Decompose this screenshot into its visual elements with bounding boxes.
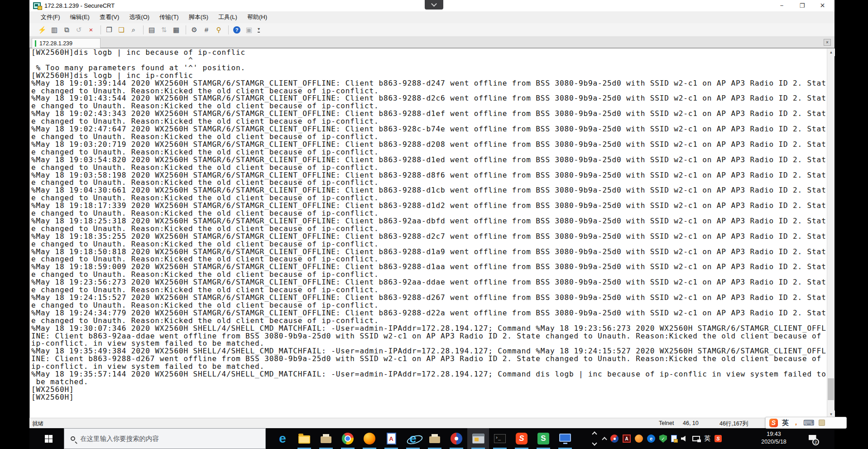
pptv-tray-icon[interactable] — [610, 435, 619, 443]
restore-button[interactable]: ❐ — [792, 0, 812, 11]
taskbar-app-printer[interactable] — [315, 428, 337, 449]
screen: 172.28.1.239 - SecureCRT − ❐ × 文件(F) 编辑(… — [0, 0, 868, 449]
reconnect-icon[interactable]: ↺ — [73, 24, 84, 35]
taskbar-app-edge[interactable]: e — [272, 428, 293, 449]
action-center-button[interactable]: 2 — [802, 428, 823, 449]
securecrt-app-icon — [33, 2, 41, 9]
security-shield-tray-icon[interactable]: ✓ — [659, 435, 667, 443]
transfer-icon[interactable]: ⇅ — [158, 24, 169, 35]
command-prompt-icon: ›_ — [494, 434, 506, 443]
chevron-down-icon — [592, 440, 597, 445]
help-icon[interactable]: ? — [231, 24, 242, 35]
find-icon[interactable]: ⌕ — [128, 24, 139, 35]
tabbar-close-icon[interactable]: × — [824, 39, 831, 46]
taskbar-app-firefox[interactable] — [359, 428, 380, 449]
toolbar-separator — [186, 25, 186, 34]
firefox-icon — [364, 433, 375, 444]
sogou-ime-bar[interactable]: S 英 ， ⌨ — [765, 417, 847, 429]
tray-expand-icon[interactable] — [602, 437, 607, 442]
player-scroll-arrows[interactable] — [590, 428, 600, 449]
paste-icon[interactable]: ❏ — [116, 24, 127, 35]
tool-bar: ⚡ ▥ ⧉ ↺ × ❐ ❏ ⌕ ▤ ⇅ ▦ ⚙ # ⚲ ? ▣ ▾ — [29, 23, 834, 37]
sogou-icon: S — [516, 433, 528, 444]
toolbar-separator — [228, 25, 229, 34]
disconnect-icon[interactable]: × — [86, 24, 96, 35]
copy-icon[interactable]: ❐ — [104, 24, 115, 35]
system-tray: A e ✓ 英 S — [603, 428, 722, 449]
taskbar-app-media-player[interactable] — [446, 428, 467, 449]
taskbar-clock[interactable]: 19:43 2020/5/18 — [752, 430, 796, 446]
start-button[interactable] — [38, 428, 59, 449]
taskbar-app-my-computer[interactable] — [554, 428, 576, 449]
volume-icon[interactable] — [681, 435, 688, 442]
session-tab[interactable]: 172.28.1.239 — [32, 38, 101, 48]
terminal-area[interactable]: [WX2560H]dis logb | inc because of ip-co… — [29, 48, 834, 418]
network-icon[interactable] — [692, 436, 700, 441]
session-manager-icon[interactable]: ▥ — [49, 24, 60, 35]
taskbar-app-file-explorer[interactable] — [293, 428, 315, 449]
session-options-icon[interactable]: ⚙ — [189, 24, 200, 35]
windows-logo-icon — [45, 435, 53, 443]
sogou-tray-icon[interactable]: S — [715, 435, 722, 442]
close-button[interactable]: × — [812, 0, 833, 11]
tab-bar: 172.28.1.239 × — [29, 37, 834, 48]
sogou-logo-icon[interactable]: S — [769, 419, 778, 427]
document-icon: A — [387, 433, 396, 444]
log-session-icon[interactable]: # — [201, 24, 212, 35]
status-bar: 就绪 Telnet 46, 10 46行,167列 — [29, 418, 834, 428]
taskbar-apps: e A e ›_ S S — [272, 428, 576, 449]
taskbar-search-input[interactable]: 在这里输入你要搜索的内容 — [64, 428, 266, 449]
taskbar-app-word-viewer[interactable]: A — [380, 428, 402, 449]
taskbar-app-command-prompt[interactable]: ›_ — [489, 428, 511, 449]
new-session-icon[interactable]: ⧉ — [61, 24, 72, 35]
taskbar-app-internet-explorer[interactable]: e — [402, 428, 424, 449]
e-app-tray-icon[interactable]: e — [647, 435, 655, 443]
chrome-icon — [342, 433, 354, 444]
ime-skin-icon[interactable] — [819, 420, 825, 426]
taskbar-app-chrome[interactable] — [337, 428, 359, 449]
terminal-scrollbar[interactable]: ▲ ▼ — [827, 48, 834, 418]
notification-badge: 2 — [812, 439, 819, 445]
menu-transfer[interactable]: 传输(T) — [154, 12, 184, 23]
menu-file[interactable]: 文件(F) — [36, 12, 65, 23]
split-pane-icon[interactable]: ▣ — [244, 24, 254, 35]
toolbar-separator — [101, 25, 101, 34]
toolbar-overflow-icon[interactable]: ▾ — [258, 27, 260, 33]
menu-tools[interactable]: 工具(L) — [213, 12, 242, 23]
securecrt-window: 172.28.1.239 - SecureCRT − ❐ × 文件(F) 编辑(… — [29, 0, 834, 428]
menu-script[interactable]: 脚本(S) — [184, 12, 213, 23]
computer-icon — [559, 434, 571, 442]
adobe-reader-tray-icon[interactable]: A — [623, 435, 631, 443]
internet-explorer-icon: e — [409, 432, 417, 445]
taskbar-app-printer-2[interactable] — [424, 428, 446, 449]
key-agent-icon[interactable]: ⚲ — [213, 24, 224, 35]
menu-options[interactable]: 选项(O) — [124, 12, 154, 23]
menu-view[interactable]: 查看(V) — [95, 12, 124, 23]
ime-keyboard-icon[interactable]: ⌨ — [803, 418, 815, 428]
ime-punctuation-icon[interactable]: ， — [793, 419, 799, 427]
scrollbar-thumb[interactable] — [828, 378, 834, 400]
ime-language-mode[interactable]: 英 — [782, 419, 789, 427]
status-protocol: Telnet — [659, 420, 674, 426]
print-preview-icon[interactable]: ▤ — [146, 24, 157, 35]
minimize-button[interactable]: − — [772, 0, 792, 11]
360-safe-tray-icon[interactable] — [635, 435, 643, 443]
taskbar-app-green-s[interactable]: S — [532, 428, 554, 449]
status-terminal-size: 46行,167列 — [719, 420, 748, 428]
secure-document-tray-icon[interactable] — [671, 435, 677, 442]
window-controls: − ❐ × — [772, 0, 833, 11]
menu-help[interactable]: 帮助(H) — [242, 12, 272, 23]
terminal-output[interactable]: [WX2560H]dis logb | inc because of ip-co… — [31, 49, 826, 401]
player-collapse-button[interactable] — [425, 0, 443, 10]
green-s-icon: S — [537, 433, 549, 444]
search-icon — [71, 436, 75, 441]
status-ready: 就绪 — [32, 420, 43, 428]
taskbar-app-sogou[interactable]: S — [511, 428, 532, 449]
taskbar-app-remote-viewer[interactable] — [467, 428, 489, 449]
quick-connect-icon[interactable]: ⚡ — [37, 24, 48, 35]
scroll-up-icon[interactable]: ▲ — [827, 48, 835, 56]
toolbar-separator — [143, 25, 144, 34]
ime-language-indicator[interactable]: 英 — [704, 435, 710, 443]
print-icon[interactable]: ▦ — [171, 24, 182, 35]
menu-edit[interactable]: 编辑(E) — [65, 12, 95, 23]
